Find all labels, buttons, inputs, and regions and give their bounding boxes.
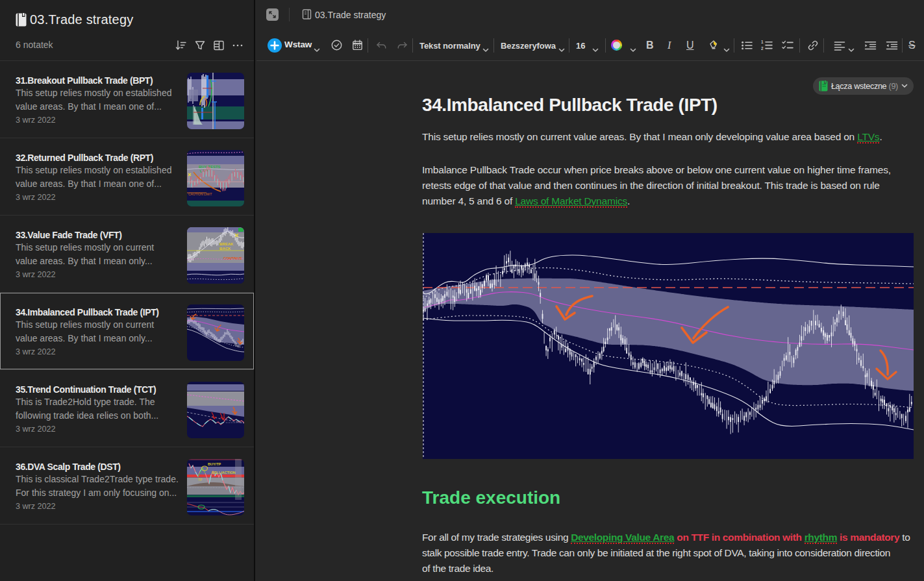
svg-text:BUY/TP: BUY/TP [208,462,221,466]
svg-text:BREAK: BREAK [219,242,234,246]
svg-text:BACK: BACK [219,247,231,251]
svg-text:CAUTION LIMIT: CAUTION LIMIT [188,192,212,196]
svg-text:SELL/ACTION: SELL/ACTION [212,471,236,475]
svg-text:2: 2 [761,46,764,51]
svg-text:CONTINUE: CONTINUE [223,256,242,260]
svg-text:TP: TP [198,478,203,482]
svg-text:1: 1 [761,40,764,44]
